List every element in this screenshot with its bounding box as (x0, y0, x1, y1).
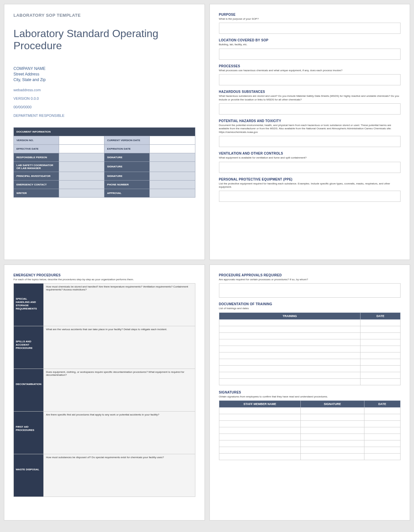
company-name: COMPANY NAME (13, 66, 195, 71)
sig-name-cell[interactable] (219, 421, 301, 427)
emergency-table: SPECIAL HANDLING AND STORAGE REQUIREMENT… (13, 283, 195, 497)
sig-sign-cell[interactable] (301, 454, 364, 460)
vent-input[interactable] (219, 162, 401, 173)
value-writer[interactable] (59, 189, 104, 197)
sig-name-cell[interactable] (219, 427, 301, 434)
sig-sign-cell[interactable] (301, 427, 364, 434)
training-cell[interactable] (219, 378, 360, 385)
sig-date-cell[interactable] (364, 414, 401, 421)
sig-sign-cell[interactable] (301, 434, 364, 440)
street-address: Street Address (13, 72, 195, 76)
table-row (219, 372, 401, 378)
signatures-title: SIGNATURES (219, 391, 401, 394)
value-current-version-date[interactable] (150, 136, 195, 144)
sig-sign-cell[interactable] (301, 414, 364, 421)
sig-name-cell[interactable] (219, 414, 301, 421)
value-effective-date[interactable] (59, 144, 104, 153)
sig-date-cell[interactable] (364, 440, 401, 447)
training-table: TRAINING DATE (219, 312, 401, 385)
training-date-cell[interactable] (360, 346, 401, 352)
training-date-cell[interactable] (360, 332, 401, 339)
value-phone-number[interactable] (150, 180, 195, 189)
sig-date-cell[interactable] (364, 421, 401, 427)
training-date-cell[interactable] (360, 372, 401, 378)
sig-sign-cell[interactable] (301, 447, 364, 454)
sig-sign-cell[interactable] (301, 408, 364, 414)
training-cell[interactable] (219, 319, 360, 326)
training-col-training: TRAINING (219, 312, 360, 319)
pothaz-input[interactable] (219, 136, 401, 147)
value-signature-1[interactable] (150, 153, 195, 161)
table-row (219, 319, 401, 326)
sig-name-cell[interactable] (219, 454, 301, 460)
table-row (219, 447, 401, 454)
training-cell[interactable] (219, 346, 360, 352)
training-date-cell[interactable] (360, 378, 401, 385)
training-cell[interactable] (219, 359, 360, 365)
value-lab-safety[interactable] (59, 161, 104, 172)
table-row (219, 434, 401, 440)
sig-sign-cell[interactable] (301, 440, 364, 447)
training-date-cell[interactable] (360, 365, 401, 372)
sig-name-cell[interactable] (219, 434, 301, 440)
table-row (219, 365, 401, 372)
sig-name-cell[interactable] (219, 447, 301, 454)
sig-date-cell[interactable] (364, 434, 401, 440)
sig-name-cell[interactable] (219, 440, 301, 447)
training-cell[interactable] (219, 365, 360, 372)
label-current-version-date: CURRENT VERSION DATE (104, 136, 150, 144)
emerg-body-0[interactable]: How must chemicals be stored and handled… (43, 284, 195, 326)
approvals-desc: Are approvals required for certain proce… (219, 278, 401, 281)
table-row: SPILLS AND ACCIDENT PROCEDURE What are t… (14, 326, 195, 369)
training-date-cell[interactable] (360, 339, 401, 346)
sig-sign-cell[interactable] (301, 421, 364, 427)
value-emergency-contact[interactable] (59, 180, 104, 189)
label-writer: WRITER (14, 189, 59, 197)
value-signature-2[interactable] (150, 161, 195, 172)
sig-date-cell[interactable] (364, 454, 401, 460)
value-responsible-person[interactable] (59, 153, 104, 161)
processes-input[interactable] (219, 74, 401, 85)
training-cell[interactable] (219, 326, 360, 332)
sig-name-cell[interactable] (219, 408, 301, 414)
training-cell[interactable] (219, 332, 360, 339)
label-effective-date: EFFECTIVE DATE (14, 144, 59, 153)
training-cell[interactable] (219, 372, 360, 378)
sig-col-signature: SIGNATURE (301, 401, 364, 408)
table-row (219, 346, 401, 352)
location-input[interactable] (219, 49, 401, 60)
training-date-cell[interactable] (360, 326, 401, 332)
page-1: LABORATORY SOP TEMPLATE Laboratory Stand… (4, 4, 205, 260)
training-cell[interactable] (219, 352, 360, 359)
purpose-input[interactable] (219, 23, 401, 34)
emerg-body-1[interactable]: What are the various accidents that can … (43, 326, 195, 369)
document-info-table: DOCUMENT INFORMATION VERSION NO. CURRENT… (13, 127, 195, 198)
value-signature-3[interactable] (150, 172, 195, 180)
page-4: PROCEDURE APPROVALS REQUIRED Are approva… (209, 265, 410, 521)
web-address: webaddress.com (13, 88, 195, 92)
emerg-body-2[interactable]: Does equipment, clothing, or workspaces … (43, 369, 195, 412)
ppe-desc: List the protective equipment required f… (219, 182, 401, 189)
signatures-desc: Obtain signatures from employees to conf… (219, 395, 401, 398)
ppe-input[interactable] (219, 191, 401, 202)
hazsub-input[interactable] (219, 103, 401, 115)
hazsub-title: HAZARDOUS SUBSTANCES (219, 90, 401, 94)
sig-date-cell[interactable] (364, 408, 401, 414)
value-expiration-date[interactable] (150, 144, 195, 153)
value-principal-investigator[interactable] (59, 172, 104, 180)
approvals-input[interactable] (219, 283, 401, 298)
emerg-body-4[interactable]: How must substances be disposed of? Do s… (43, 454, 195, 497)
training-cell[interactable] (219, 339, 360, 346)
emerg-body-3[interactable]: Are there specific first aid procedures … (43, 412, 195, 454)
training-date-cell[interactable] (360, 319, 401, 326)
table-row (219, 339, 401, 346)
processes-title: PROCESSES (219, 64, 401, 68)
table-row: SPECIAL HANDLING AND STORAGE REQUIREMENT… (14, 284, 195, 326)
sig-date-cell[interactable] (364, 447, 401, 454)
training-date-cell[interactable] (360, 352, 401, 359)
training-col-date: DATE (360, 312, 401, 319)
value-version-no[interactable] (59, 136, 104, 144)
sig-date-cell[interactable] (364, 427, 401, 434)
training-date-cell[interactable] (360, 359, 401, 365)
value-approval[interactable] (150, 189, 195, 197)
